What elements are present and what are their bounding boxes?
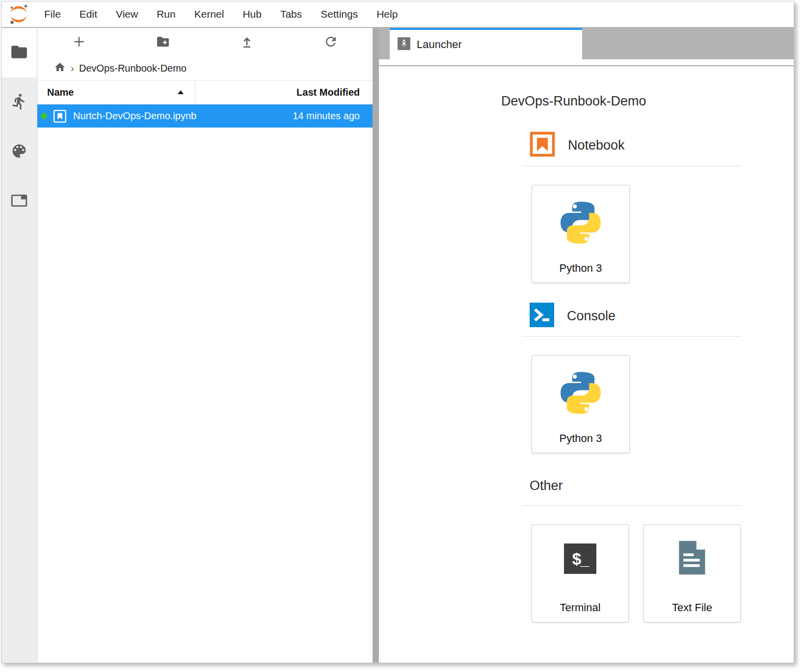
file-list-header: Name Last Modified [37, 80, 373, 104]
file-row[interactable]: Nurtch-DevOps-Demo.ipynb 14 minutes ago [37, 104, 373, 128]
section-label-notebook: Notebook [568, 138, 625, 153]
menu-item-tabs[interactable]: Tabs [271, 8, 311, 20]
menu-item-edit[interactable]: Edit [70, 8, 107, 20]
menu-item-kernel[interactable]: Kernel [185, 8, 234, 20]
folder-plus-icon [156, 34, 170, 51]
launcher-card-text-file[interactable]: Text File [643, 524, 741, 622]
palette-icon [10, 142, 28, 162]
section-label-other: Other [530, 478, 563, 493]
plus-icon [72, 34, 86, 51]
section-divider [522, 505, 741, 506]
launcher-section-console: Console Python 3 [522, 303, 741, 453]
tab-launcher-label: Launcher [417, 38, 462, 51]
left-activity-bar [1, 28, 37, 663]
terminal-icon: $_ [564, 543, 596, 574]
file-browser-panel: › DevOps-Runbook-Demo Name Last Modified [37, 28, 373, 663]
file-browser-toolbar [37, 28, 373, 56]
menu-item-hub[interactable]: Hub [233, 8, 271, 20]
file-name: Nurtch-DevOps-Demo.ipynb [73, 110, 293, 122]
menu-bar: File Edit View Run Kernel Hub Tabs Setti… [1, 1, 794, 28]
sort-ascending-icon [177, 90, 184, 95]
breadcrumb-current-folder[interactable]: DevOps-Runbook-Demo [79, 63, 187, 74]
breadcrumb: › DevOps-Runbook-Demo [37, 56, 373, 80]
menu-item-help[interactable]: Help [367, 8, 407, 20]
sidebar-item-open-tabs[interactable] [1, 177, 37, 226]
runner-icon [10, 93, 28, 112]
upload-icon [240, 34, 254, 51]
launcher-section-notebook: Notebook Python 3 [522, 131, 741, 283]
menu: File Edit View Run Kernel Hub Tabs Setti… [35, 8, 407, 20]
column-header-name[interactable]: Name [37, 80, 195, 104]
home-icon[interactable] [54, 61, 66, 76]
console-icon [530, 303, 554, 329]
python-logo-icon [556, 198, 605, 249]
tab-bar: Launcher [379, 28, 794, 59]
launcher-rocket-icon [398, 37, 410, 52]
menu-item-view[interactable]: View [107, 8, 147, 20]
file-last-modified: 14 minutes ago [293, 110, 373, 122]
sidebar-item-command-palette[interactable] [1, 127, 37, 177]
card-label: Python 3 [560, 262, 602, 275]
new-launcher-button[interactable] [37, 28, 121, 56]
notebook-icon [530, 131, 555, 159]
launcher-section-other: Other $_ Terminal [522, 473, 741, 622]
kernel-running-dot [41, 113, 47, 119]
tab-launcher[interactable]: Launcher [390, 28, 582, 59]
menu-item-settings[interactable]: Settings [311, 8, 367, 20]
sidebar-item-file-browser[interactable] [1, 28, 37, 78]
launcher-title: DevOps-Runbook-Demo [501, 94, 794, 109]
main-area: Launcher DevOps-Runbook-Demo Notebook [379, 28, 794, 663]
section-label-console: Console [567, 309, 616, 324]
section-divider [522, 166, 741, 166]
launcher-card-console-python3[interactable]: Python 3 [532, 355, 630, 453]
card-label: Terminal [560, 601, 600, 614]
text-file-icon [677, 540, 707, 576]
jupyter-logo-icon [7, 3, 30, 26]
launcher-card-terminal[interactable]: $_ Terminal [532, 524, 629, 622]
folder-icon [10, 43, 28, 63]
python-logo-icon [556, 368, 605, 419]
sidebar-item-running-sessions[interactable] [1, 78, 37, 127]
tab-underbar [379, 59, 794, 65]
card-label: Text File [672, 601, 712, 614]
refresh-button[interactable] [289, 28, 373, 56]
jupyterlab-window: File Edit View Run Kernel Hub Tabs Setti… [1, 1, 794, 663]
column-header-last-modified[interactable]: Last Modified [195, 80, 373, 104]
breadcrumb-separator: › [71, 62, 74, 74]
tabs-icon [10, 192, 28, 211]
refresh-icon [323, 34, 338, 51]
section-divider [522, 336, 741, 336]
launcher-card-notebook-python3[interactable]: Python 3 [532, 185, 630, 283]
card-label: Python 3 [560, 432, 602, 445]
upload-button[interactable] [205, 28, 289, 56]
menu-item-file[interactable]: File [35, 8, 70, 20]
new-folder-button[interactable] [121, 28, 205, 56]
menu-item-run[interactable]: Run [147, 8, 185, 20]
launcher-panel: DevOps-Runbook-Demo Notebook [379, 65, 794, 663]
panel-splitter[interactable] [373, 28, 379, 663]
notebook-file-icon [53, 109, 67, 123]
